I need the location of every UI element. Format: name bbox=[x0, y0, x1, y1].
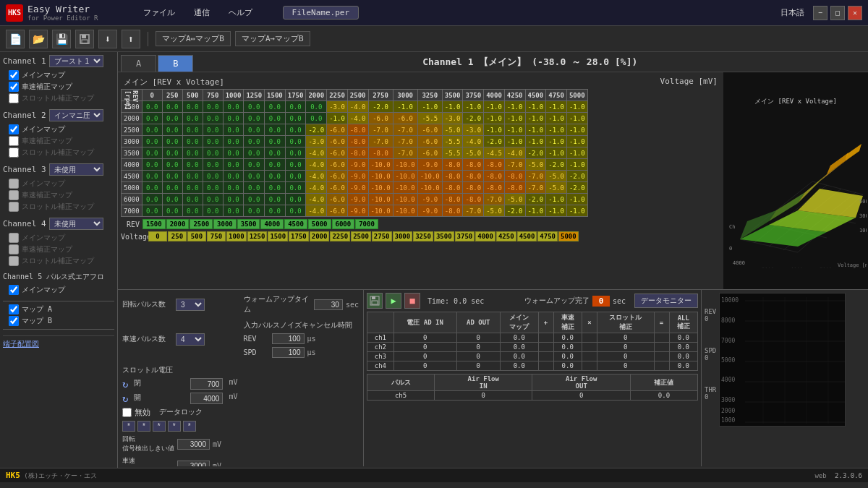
speed-pulses-select[interactable]: 4 bbox=[176, 333, 205, 346]
map-cell-1-2[interactable]: 0.0 bbox=[182, 113, 203, 124]
ch1-throttlemap-checkbox[interactable] bbox=[9, 93, 19, 103]
map-cell-5-14[interactable]: -8.0 bbox=[442, 159, 463, 171]
action-btn-2[interactable]: * bbox=[137, 421, 150, 432]
map-cell-1-14[interactable]: -3.0 bbox=[442, 113, 463, 124]
tab-a[interactable]: A bbox=[121, 55, 156, 72]
map-cell-3-17[interactable]: -1.0 bbox=[504, 136, 525, 147]
download-button[interactable]: ⬇ bbox=[98, 30, 117, 48]
menu-help[interactable]: ヘルプ bbox=[221, 5, 260, 20]
map-cell-5-13[interactable]: -9.0 bbox=[417, 159, 442, 171]
map-cell-4-17[interactable]: -4.0 bbox=[504, 147, 525, 159]
map-cell-4-0[interactable]: 0.0 bbox=[142, 147, 162, 159]
refresh-icon-1[interactable]: ↻ bbox=[122, 378, 128, 390]
map-cell-3-11[interactable]: -7.0 bbox=[368, 136, 393, 147]
map-cell-5-15[interactable]: -8.0 bbox=[463, 159, 484, 171]
map-cell-9-3[interactable]: 0.0 bbox=[203, 205, 223, 217]
map-cell-6-9[interactable]: -6.0 bbox=[327, 171, 348, 182]
map-cell-1-15[interactable]: -2.0 bbox=[463, 113, 484, 124]
map-cell-6-2[interactable]: 0.0 bbox=[182, 171, 203, 182]
ch1-throttlemap-label[interactable]: スロットル補正マップ bbox=[22, 93, 94, 103]
map-cell-8-13[interactable]: -9.0 bbox=[417, 194, 442, 205]
map-cell-3-9[interactable]: -6.0 bbox=[327, 136, 348, 147]
map-cell-3-7[interactable]: 0.0 bbox=[285, 136, 306, 147]
map-cell-6-12[interactable]: -10.0 bbox=[393, 171, 417, 182]
map-cell-2-10[interactable]: -8.0 bbox=[347, 124, 368, 136]
map-cell-3-20[interactable]: -1.0 bbox=[566, 136, 587, 147]
map-cell-1-13[interactable]: -5.5 bbox=[417, 113, 442, 124]
map-a-label[interactable]: マップ A bbox=[22, 304, 52, 314]
map-cell-5-9[interactable]: -6.0 bbox=[327, 159, 348, 171]
map-cell-8-2[interactable]: 0.0 bbox=[182, 194, 203, 205]
play-play-button[interactable]: ▶ bbox=[386, 293, 401, 309]
map-cell-3-8[interactable]: -3.0 bbox=[306, 136, 327, 147]
ch2-speedmap-label[interactable]: 車速補正マップ bbox=[22, 136, 72, 146]
rev-pulses-select[interactable]: 34 bbox=[176, 299, 205, 311]
noise-spd-input[interactable] bbox=[272, 347, 305, 358]
map-cell-0-20[interactable]: -1.0 bbox=[566, 101, 587, 113]
map-b-checkbox[interactable] bbox=[9, 316, 19, 326]
map-cell-8-16[interactable]: -7.0 bbox=[484, 194, 505, 205]
map-cell-2-7[interactable]: 0.0 bbox=[285, 124, 306, 136]
map-cell-7-1[interactable]: 0.0 bbox=[162, 182, 182, 194]
map-cell-1-20[interactable]: -1.0 bbox=[566, 113, 587, 124]
menu-file[interactable]: ファイル bbox=[136, 5, 182, 20]
map-cell-2-6[interactable]: 0.0 bbox=[265, 124, 286, 136]
minimize-button[interactable]: − bbox=[813, 6, 827, 20]
upload-button[interactable]: ⬆ bbox=[122, 30, 140, 48]
map-cell-4-5[interactable]: 0.0 bbox=[244, 147, 265, 159]
maximize-button[interactable]: □ bbox=[830, 6, 845, 20]
map-copy-button[interactable]: マップA→マップB bbox=[235, 31, 310, 46]
map-cell-5-10[interactable]: -9.0 bbox=[347, 159, 368, 171]
map-cell-7-6[interactable]: 0.0 bbox=[265, 182, 286, 194]
map-cell-7-10[interactable]: -9.0 bbox=[347, 182, 368, 194]
map-cell-4-11[interactable]: -8.0 bbox=[368, 147, 393, 159]
map-cell-0-1[interactable]: 0.0 bbox=[162, 101, 182, 113]
channel3-select[interactable]: 未使用 bbox=[49, 163, 103, 176]
map-cell-5-11[interactable]: -10.0 bbox=[368, 159, 393, 171]
map-a-checkbox[interactable] bbox=[9, 304, 19, 314]
map-cell-6-20[interactable]: -2.0 bbox=[566, 171, 587, 182]
map-cell-9-13[interactable]: -9.0 bbox=[417, 205, 442, 217]
map-cell-9-19[interactable]: -1.0 bbox=[546, 205, 567, 217]
map-cell-3-3[interactable]: 0.0 bbox=[203, 136, 223, 147]
map-cell-3-16[interactable]: -2.0 bbox=[484, 136, 505, 147]
map-cell-4-13[interactable]: -6.0 bbox=[417, 147, 442, 159]
map-cell-2-16[interactable]: -1.0 bbox=[484, 124, 505, 136]
map-cell-2-3[interactable]: 0.0 bbox=[203, 124, 223, 136]
rev-detect-input[interactable] bbox=[177, 439, 210, 450]
map-cell-0-0[interactable]: 0.0 bbox=[142, 101, 162, 113]
map-cell-9-8[interactable]: -4.0 bbox=[306, 205, 327, 217]
map-cell-4-15[interactable]: -5.0 bbox=[463, 147, 484, 159]
map-cell-7-16[interactable]: -8.0 bbox=[484, 182, 505, 194]
map-cell-3-0[interactable]: 0.0 bbox=[142, 136, 162, 147]
map-cell-8-5[interactable]: 0.0 bbox=[244, 194, 265, 205]
map-cell-3-18[interactable]: -1.0 bbox=[525, 136, 546, 147]
map-cell-6-17[interactable]: -8.0 bbox=[504, 171, 525, 182]
map-cell-0-19[interactable]: -1.0 bbox=[546, 101, 567, 113]
action-btn-4[interactable]: * bbox=[168, 421, 181, 432]
map-cell-6-15[interactable]: -8.0 bbox=[463, 171, 484, 182]
speed-detect-input[interactable] bbox=[177, 461, 210, 467]
map-cell-4-7[interactable]: 0.0 bbox=[285, 147, 306, 159]
map-cell-8-0[interactable]: 0.0 bbox=[142, 194, 162, 205]
map-cell-6-18[interactable]: -7.0 bbox=[525, 171, 546, 182]
ch2-throttlemap-label[interactable]: スロットル補正マップ bbox=[22, 147, 94, 158]
map-cell-4-4[interactable]: 0.0 bbox=[223, 147, 244, 159]
map-cell-4-6[interactable]: 0.0 bbox=[265, 147, 286, 159]
map-cell-7-17[interactable]: -8.0 bbox=[504, 182, 525, 194]
map-cell-5-7[interactable]: 0.0 bbox=[285, 159, 306, 171]
map-cell-6-10[interactable]: -9.0 bbox=[347, 171, 368, 182]
throttle-open-input[interactable] bbox=[190, 393, 223, 404]
map-cell-3-5[interactable]: 0.0 bbox=[244, 136, 265, 147]
map-cell-9-17[interactable]: -2.0 bbox=[504, 205, 525, 217]
ch2-speedmap-checkbox[interactable] bbox=[9, 136, 19, 146]
channel2-select[interactable]: インマニ圧 bbox=[49, 109, 103, 121]
map-cell-7-14[interactable]: -8.0 bbox=[442, 182, 463, 194]
map-cell-2-2[interactable]: 0.0 bbox=[182, 124, 203, 136]
map-cell-9-15[interactable]: -7.0 bbox=[463, 205, 484, 217]
map-cell-1-11[interactable]: -6.0 bbox=[368, 113, 393, 124]
map-cell-7-15[interactable]: -8.0 bbox=[463, 182, 484, 194]
map-cell-2-14[interactable]: -5.0 bbox=[442, 124, 463, 136]
map-cell-6-13[interactable]: -10.0 bbox=[417, 171, 442, 182]
invalid-checkbox[interactable] bbox=[122, 408, 132, 417]
